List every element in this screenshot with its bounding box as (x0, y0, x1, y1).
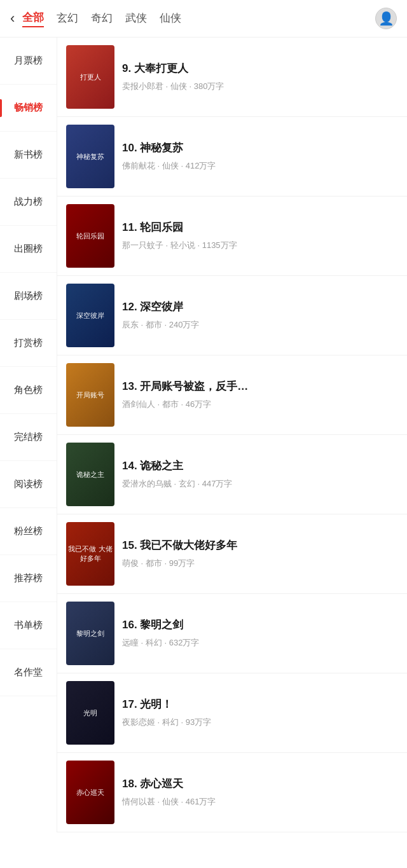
sidebar-item-famous[interactable]: 名作堂 (0, 649, 57, 696)
book-info-16: 16. 黎明之剑远瞳 · 科幻 · 632万字 (122, 618, 398, 649)
book-title-18: 18. 赤心巡天 (122, 777, 398, 791)
sidebar-item-theater[interactable]: 剧场榜 (0, 273, 57, 320)
book-info-18: 18. 赤心巡天情何以甚 · 仙侠 · 461万字 (122, 777, 398, 808)
book-title-13: 13. 开局账号被盗，反手… (122, 380, 398, 394)
book-item-11[interactable]: 轮回乐园11. 轮回乐园那一只蚊子 · 轻小说 · 1135万字 (57, 196, 407, 276)
main-content: 月票榜畅销榜新书榜战力榜出圈榜剧场榜打赏榜角色榜完结榜阅读榜粉丝榜推荐榜书单榜名… (0, 38, 407, 832)
book-cover-10: 神秘复苏 (66, 125, 114, 188)
avatar-button[interactable]: 👤 (375, 8, 397, 29)
book-info-10: 10. 神秘复苏佛前献花 · 仙侠 · 412万字 (122, 141, 398, 172)
header-tab-xianxia[interactable]: 仙侠 (160, 11, 181, 27)
sidebar-item-fans[interactable]: 粉丝榜 (0, 508, 57, 555)
book-meta-13: 酒剑仙人 · 都市 · 46万字 (122, 399, 398, 410)
sidebar-item-booklist[interactable]: 书单榜 (0, 602, 57, 649)
book-title-10: 10. 神秘复苏 (122, 141, 398, 155)
category-tabs: 全部玄幻奇幻武侠仙侠 (22, 10, 375, 27)
sidebar-item-reading[interactable]: 阅读榜 (0, 461, 57, 508)
book-info-9: 9. 大奉打更人卖报小郎君 · 仙侠 · 380万字 (122, 62, 398, 92)
book-info-12: 12. 深空彼岸辰东 · 都市 · 240万字 (122, 300, 398, 331)
book-cover-16: 黎明之剑 (66, 602, 114, 665)
book-item-9[interactable]: 打更人9. 大奉打更人卖报小郎君 · 仙侠 · 380万字 (57, 38, 407, 117)
book-info-11: 11. 轮回乐园那一只蚊子 · 轻小说 · 1135万字 (122, 221, 398, 251)
book-title-11: 11. 轮回乐园 (122, 221, 398, 235)
sidebar-item-bestseller[interactable]: 畅销榜 (0, 85, 57, 132)
book-meta-10: 佛前献花 · 仙侠 · 412万字 (122, 160, 398, 172)
book-info-17: 17. 光明！夜影恋姬 · 科幻 · 93万字 (122, 698, 398, 728)
book-meta-9: 卖报小郎君 · 仙侠 · 380万字 (122, 81, 398, 92)
book-cover-9: 打更人 (66, 45, 114, 109)
book-meta-14: 爱潜水的乌贼 · 玄幻 · 447万字 (122, 478, 398, 490)
book-title-16: 16. 黎明之剑 (122, 618, 398, 632)
book-title-15: 15. 我已不做大佬好多年 (122, 539, 398, 553)
sidebar-item-finished[interactable]: 完结榜 (0, 414, 57, 461)
book-title-9: 9. 大奉打更人 (122, 62, 398, 76)
sidebar-item-newbook[interactable]: 新书榜 (0, 132, 57, 179)
sidebar-item-power[interactable]: 战力榜 (0, 179, 57, 226)
book-meta-12: 辰东 · 都市 · 240万字 (122, 319, 398, 331)
book-meta-17: 夜影恋姬 · 科幻 · 93万字 (122, 717, 398, 728)
back-button[interactable]: ‹ (10, 10, 15, 27)
book-cover-15: 我已不做 大佬好多年 (66, 522, 114, 586)
book-item-13[interactable]: 开局账号13. 开局账号被盗，反手…酒剑仙人 · 都市 · 46万字 (57, 355, 407, 435)
book-cover-12: 深空彼岸 (66, 284, 114, 347)
header-tab-all[interactable]: 全部 (22, 10, 44, 27)
book-info-13: 13. 开局账号被盗，反手…酒剑仙人 · 都市 · 46万字 (122, 380, 398, 410)
book-title-17: 17. 光明！ (122, 698, 398, 712)
header: ‹ 全部玄幻奇幻武侠仙侠 👤 (0, 0, 407, 38)
book-cover-14: 诡秘之主 (66, 443, 114, 506)
book-item-18[interactable]: 赤心巡天18. 赤心巡天情何以甚 · 仙侠 · 461万字 (57, 753, 407, 832)
book-cover-17: 光明 (66, 681, 114, 745)
book-meta-11: 那一只蚊子 · 轻小说 · 1135万字 (122, 240, 398, 251)
book-item-14[interactable]: 诡秘之主14. 诡秘之主爱潜水的乌贼 · 玄幻 · 447万字 (57, 435, 407, 514)
sidebar-item-monthly[interactable]: 月票榜 (0, 38, 57, 85)
book-meta-15: 萌俊 · 都市 · 99万字 (122, 558, 398, 569)
sidebar-item-recommend[interactable]: 推荐榜 (0, 555, 57, 602)
book-meta-18: 情何以甚 · 仙侠 · 461万字 (122, 796, 398, 808)
sidebar-item-character[interactable]: 角色榜 (0, 367, 57, 414)
book-info-14: 14. 诡秘之主爱潜水的乌贼 · 玄幻 · 447万字 (122, 459, 398, 490)
book-item-12[interactable]: 深空彼岸12. 深空彼岸辰东 · 都市 · 240万字 (57, 276, 407, 355)
header-tab-xuanhuan[interactable]: 玄幻 (57, 11, 78, 27)
book-cover-11: 轮回乐园 (66, 204, 114, 268)
book-list: 打更人9. 大奉打更人卖报小郎君 · 仙侠 · 380万字神秘复苏10. 神秘复… (57, 38, 407, 832)
sidebar-item-reward[interactable]: 打赏榜 (0, 320, 57, 367)
header-tab-qihuan[interactable]: 奇幻 (91, 11, 113, 27)
sidebar: 月票榜畅销榜新书榜战力榜出圈榜剧场榜打赏榜角色榜完结榜阅读榜粉丝榜推荐榜书单榜名… (0, 38, 57, 832)
book-item-17[interactable]: 光明17. 光明！夜影恋姬 · 科幻 · 93万字 (57, 673, 407, 753)
book-cover-18: 赤心巡天 (66, 761, 114, 824)
book-info-15: 15. 我已不做大佬好多年萌俊 · 都市 · 99万字 (122, 539, 398, 569)
book-title-12: 12. 深空彼岸 (122, 300, 398, 314)
book-meta-16: 远瞳 · 科幻 · 632万字 (122, 637, 398, 649)
book-item-15[interactable]: 我已不做 大佬好多年15. 我已不做大佬好多年萌俊 · 都市 · 99万字 (57, 514, 407, 594)
header-tab-wuxia[interactable]: 武侠 (125, 11, 147, 27)
book-item-16[interactable]: 黎明之剑16. 黎明之剑远瞳 · 科幻 · 632万字 (57, 594, 407, 673)
book-cover-13: 开局账号 (66, 363, 114, 427)
book-title-14: 14. 诡秘之主 (122, 459, 398, 473)
sidebar-item-popular[interactable]: 出圈榜 (0, 226, 57, 273)
book-item-10[interactable]: 神秘复苏10. 神秘复苏佛前献花 · 仙侠 · 412万字 (57, 117, 407, 196)
